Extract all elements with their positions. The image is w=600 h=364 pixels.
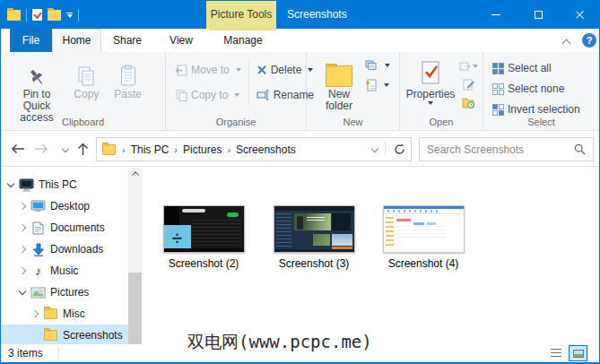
dropdown-caret-icon [384,83,389,87]
ribbon-group-clipboard: Pin to Quick access Copy Paste [1,52,166,130]
invert-selection-icon [492,104,504,116]
refresh-button[interactable] [387,138,411,160]
main-area: This PC Desktop Documents [1,168,599,344]
address-band: › This PC › Pictures › Screenshots [1,131,599,167]
edit-button[interactable] [458,76,478,92]
search-input[interactable] [420,143,574,156]
address-dropdown-icon[interactable] [371,146,378,152]
close-button[interactable] [559,1,600,29]
group-label-select: Select [483,117,599,127]
close-icon [575,10,585,20]
paste-button[interactable]: Paste [108,52,149,100]
window-title: Screenshots [287,1,347,29]
tab-file[interactable]: File [10,29,52,52]
tab-manage[interactable]: Manage [209,29,277,52]
details-view-icon [551,349,561,358]
properties-icon [419,56,442,87]
sidebar-item-this-pc[interactable]: This PC [1,174,128,195]
up-button[interactable] [73,138,92,160]
sidebar-item-downloads[interactable]: Downloads [1,238,128,260]
collapse-ribbon-icon[interactable] [563,38,570,45]
ribbon-group-new: New folder New [307,52,400,130]
app-folder-icon[interactable] [7,10,21,21]
minimize-button[interactable] [475,1,517,29]
thumbnail-screenshot-2: ÷ [163,205,245,253]
sidebar-item-screenshots[interactable]: Screenshots [1,325,128,346]
new-folder-quick-icon[interactable] [48,10,61,21]
sidebar-item-pictures[interactable]: Pictures [1,282,128,303]
chevron-right-icon[interactable] [16,221,29,234]
edit-icon [463,79,474,91]
copy-icon [76,56,96,87]
chevron-right-icon[interactable] [16,243,29,256]
chevron-down-icon[interactable] [16,286,29,299]
file-name: Screenshot (4) [369,257,478,270]
breadcrumb-pictures[interactable]: Pictures [178,143,226,156]
invert-selection-button[interactable]: Invert selection [492,100,599,118]
copy-to-icon [175,90,187,101]
tab-share[interactable]: Share [101,29,153,52]
properties-quick-icon[interactable] [32,9,42,21]
sidebar-scrollbar[interactable] [128,168,142,344]
easy-access-button[interactable] [365,58,390,73]
tab-view[interactable]: View [153,29,209,52]
delete-button[interactable]: Delete [257,61,314,79]
group-label-organise: Organise [166,117,306,127]
new-item-button[interactable] [365,78,390,92]
customize-toolbar-caret-icon[interactable] [66,13,73,18]
copy-button[interactable]: Copy [68,52,104,100]
sidebar-item-documents[interactable]: Documents [1,217,128,238]
picture-tools-contextual-tab[interactable]: Picture Tools [206,1,276,29]
titlebar: Picture Tools Screenshots [1,1,599,29]
this-pc-icon [19,178,34,192]
select-none-button[interactable]: Select none [492,80,599,98]
properties-button[interactable]: Properties [405,52,456,105]
sidebar-item-desktop[interactable]: Desktop [1,195,128,217]
select-all-button[interactable]: Select all [492,59,599,77]
rename-button[interactable]: Rename [257,86,314,104]
help-button[interactable]: ? [582,33,596,48]
dropdown-caret-icon [385,64,390,67]
history-icon [462,97,475,108]
dropdown-caret-icon [236,68,241,72]
maximize-button[interactable] [517,1,559,29]
chevron-right-icon[interactable] [16,264,29,277]
thumbnail-view-button[interactable] [569,345,587,361]
maximize-icon [535,11,543,19]
open-icon [459,61,471,72]
recent-locations-chevron-icon[interactable] [55,138,74,160]
sidebar-item-music[interactable]: ♪ Music [1,260,128,282]
chevron-right-icon[interactable] [29,308,41,320]
back-button[interactable] [8,138,28,160]
search-icon[interactable] [574,143,586,155]
sidebar-item-misc[interactable]: Misc [1,303,128,325]
forward-button[interactable] [31,138,51,160]
file-item-screenshot-2[interactable]: ÷ Screenshot (2) [149,205,258,270]
breadcrumb-screenshots[interactable]: Screenshots [231,143,300,156]
details-view-button[interactable] [546,345,565,361]
tab-home[interactable]: Home [52,29,101,52]
chevron-down-icon[interactable] [4,178,17,191]
new-folder-button[interactable]: New folder [316,52,362,112]
ribbon-group-open: Properties Open [400,52,483,130]
scrollbar-thumb[interactable] [128,273,142,344]
open-button[interactable] [458,58,478,74]
scroll-up-icon[interactable] [128,168,142,180]
move-to-button[interactable]: Move to [175,61,241,79]
pin-to-quick-access-button[interactable]: Pin to Quick access [8,52,65,124]
chevron-right-icon[interactable] [16,200,29,212]
move-to-icon [175,65,187,76]
select-none-icon [492,83,504,95]
paste-icon [119,56,137,87]
history-button[interactable] [458,94,478,110]
copy-to-button[interactable]: Copy to [175,86,241,104]
desktop-icon [30,199,46,213]
file-list[interactable]: ÷ Screenshot (2) [142,168,599,344]
dropdown-caret-icon [234,93,239,97]
breadcrumb-this-pc[interactable]: This PC [126,143,174,156]
pictures-icon [30,285,46,299]
file-item-screenshot-4[interactable]: Screenshot (4) [369,205,478,270]
address-bar[interactable]: › This PC › Pictures › Screenshots [96,137,412,161]
folder-icon [43,307,58,321]
file-item-screenshot-3[interactable]: Screenshot (3) [259,205,369,270]
